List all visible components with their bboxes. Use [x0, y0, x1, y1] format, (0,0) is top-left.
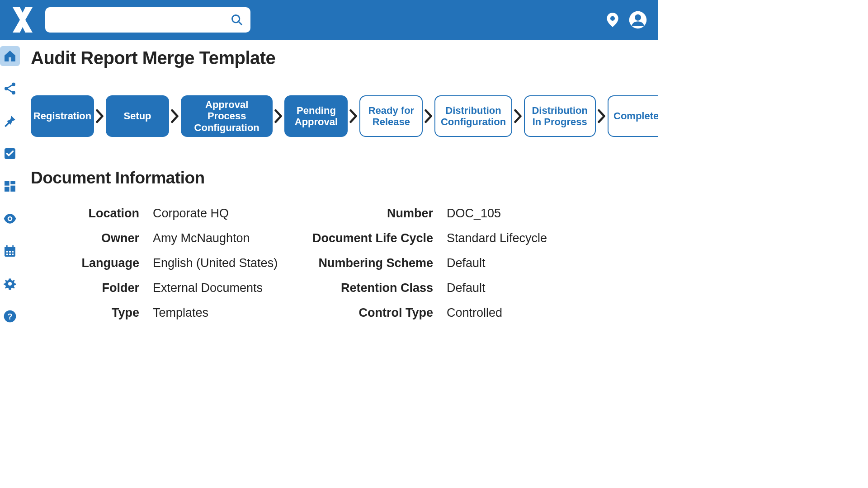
- app-header: [0, 0, 658, 40]
- grid-icon: [3, 179, 17, 193]
- info-label: Number: [297, 206, 447, 221]
- svg-line-1: [239, 22, 242, 25]
- chevron-right-icon: [513, 108, 523, 124]
- chevron-right-icon: [349, 108, 359, 124]
- help-icon: ?: [3, 309, 17, 324]
- svg-rect-18: [5, 247, 15, 249]
- info-label: Location: [31, 206, 153, 221]
- svg-text:?: ?: [7, 312, 12, 321]
- logo-x-icon: [11, 5, 34, 34]
- info-value: Default: [447, 281, 591, 295]
- gear-icon: [3, 277, 17, 291]
- search-icon[interactable]: [231, 14, 243, 26]
- svg-line-9: [8, 89, 13, 92]
- info-label: Folder: [31, 281, 153, 295]
- svg-rect-25: [6, 245, 8, 249]
- eye-icon: [3, 211, 17, 226]
- workflow-steps: RegistrationSetupApproval Process Config…: [31, 95, 658, 137]
- svg-point-2: [610, 16, 615, 21]
- workflow-step-completed[interactable]: Completed: [608, 95, 658, 137]
- svg-point-16: [9, 217, 11, 220]
- user-account-button[interactable]: [628, 10, 647, 29]
- info-value: Standard Lifecycle: [447, 231, 591, 245]
- location-pin-icon: [604, 11, 621, 28]
- user-icon: [628, 10, 647, 29]
- sidebar-item-tasks[interactable]: [0, 144, 20, 164]
- workflow-step-setup[interactable]: Setup: [106, 95, 169, 137]
- sidebar-item-share[interactable]: [0, 79, 20, 99]
- share-icon: [3, 81, 17, 96]
- chevron-right-icon: [170, 108, 180, 124]
- info-value: Templates: [153, 306, 297, 320]
- pin-icon: [3, 114, 17, 128]
- info-label: Document Life Cycle: [297, 231, 447, 245]
- svg-rect-24: [12, 253, 14, 255]
- chevron-right-icon: [597, 108, 607, 124]
- svg-rect-22: [6, 253, 8, 255]
- page-title: Audit Report Merge Template: [31, 48, 658, 68]
- search-input[interactable]: [52, 15, 231, 25]
- sidebar-item-help[interactable]: ?: [0, 306, 20, 326]
- sidebar: ?: [0, 40, 20, 369]
- svg-rect-14: [10, 186, 15, 192]
- info-label: Numbering Scheme: [297, 256, 447, 270]
- workflow-step-approval-process-configuration[interactable]: Approval Process Configuration: [181, 95, 273, 137]
- info-value: Corporate HQ: [153, 206, 297, 221]
- sidebar-item-settings[interactable]: [0, 274, 20, 294]
- app-logo: [11, 5, 34, 34]
- info-value: Default: [447, 256, 591, 270]
- workflow-step-ready-for-release[interactable]: Ready for Release: [359, 95, 423, 137]
- sidebar-item-watch[interactable]: [0, 209, 20, 229]
- info-label: Control Type: [297, 306, 447, 320]
- sidebar-item-home[interactable]: [0, 46, 20, 66]
- info-label: Retention Class: [297, 281, 447, 295]
- section-title-document-info: Document Information: [31, 169, 658, 188]
- location-button[interactable]: [603, 10, 622, 29]
- chevron-right-icon: [274, 108, 283, 124]
- main-content: Audit Report Merge Template Registration…: [20, 40, 658, 369]
- search-box[interactable]: [45, 7, 250, 33]
- chevron-right-icon: [95, 108, 105, 124]
- sidebar-item-dashboard[interactable]: [0, 176, 20, 196]
- svg-rect-26: [12, 245, 14, 249]
- workflow-step-registration[interactable]: Registration: [31, 95, 94, 137]
- svg-point-27: [8, 282, 12, 286]
- svg-rect-12: [10, 181, 15, 184]
- svg-rect-13: [5, 187, 9, 192]
- info-label: Owner: [31, 231, 153, 245]
- info-value: Amy McNaughton: [153, 231, 297, 245]
- workflow-step-pending-approval[interactable]: Pending Approval: [284, 95, 348, 137]
- info-label: Type: [31, 306, 153, 320]
- home-icon: [3, 49, 17, 63]
- info-value: Controlled: [447, 306, 591, 320]
- document-info-grid: LocationCorporate HQNumberDOC_105OwnerAm…: [31, 206, 658, 320]
- info-value: External Documents: [153, 281, 297, 295]
- info-value: English (United States): [153, 256, 297, 270]
- svg-rect-19: [6, 251, 8, 253]
- workflow-step-distribution-configuration[interactable]: Distribution Configuration: [434, 95, 512, 137]
- info-value: DOC_105: [447, 206, 591, 221]
- svg-rect-23: [9, 253, 11, 255]
- svg-rect-21: [12, 251, 14, 253]
- svg-point-4: [635, 14, 641, 21]
- sidebar-item-calendar[interactable]: [0, 241, 20, 261]
- workflow-step-distribution-in-progress[interactable]: Distribution In Progress: [524, 95, 596, 137]
- svg-rect-11: [5, 181, 9, 186]
- info-label: Language: [31, 256, 153, 270]
- chevron-right-icon: [424, 108, 434, 124]
- checkbox-icon: [3, 146, 17, 161]
- calendar-icon: [3, 244, 17, 258]
- svg-rect-20: [9, 251, 11, 253]
- svg-line-8: [8, 85, 13, 88]
- sidebar-item-pin[interactable]: [0, 111, 20, 131]
